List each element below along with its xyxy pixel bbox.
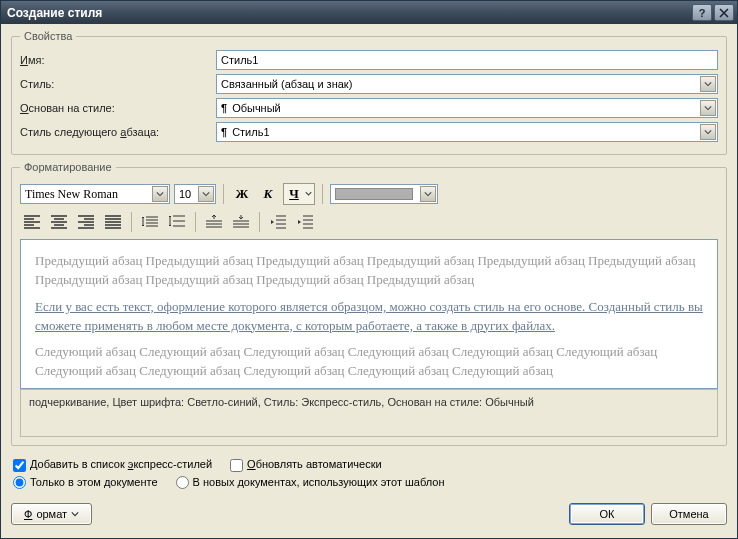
based-on-combo[interactable]: ¶ Обычный — [216, 98, 718, 118]
close-icon — [719, 8, 729, 18]
space-before-increase-button[interactable] — [202, 211, 226, 233]
font-toolbar: Times New Roman 10 Ж К Ч — [20, 181, 718, 211]
preview-sample-text: Если у вас есть текст, оформление которо… — [35, 298, 703, 336]
options-area: Добавить в список экспресс-стилей Обновл… — [11, 452, 727, 499]
chevron-down-icon — [152, 186, 168, 202]
chevron-down-icon — [420, 186, 436, 202]
font-family-combo[interactable]: Times New Roman — [20, 184, 170, 204]
pilcrow-icon: ¶ — [221, 102, 227, 114]
next-style-value: Стиль1 — [232, 126, 269, 138]
help-button[interactable]: ? — [692, 4, 712, 21]
space-before-decrease-button[interactable] — [229, 211, 253, 233]
underline-button[interactable]: Ч — [283, 183, 315, 205]
cancel-button[interactable]: Отмена — [651, 503, 727, 525]
dialog-footer: Формат ОК Отмена — [11, 499, 727, 525]
properties-group: Свойства Имя: Стиль: Связанный (абзац и … — [11, 30, 727, 155]
separator — [259, 212, 260, 232]
chevron-down-icon — [700, 76, 716, 92]
formatting-legend: Форматирование — [20, 161, 116, 173]
separator — [195, 212, 196, 232]
auto-update-checkbox[interactable]: Обновлять автоматически — [230, 458, 382, 472]
chevron-down-icon — [198, 186, 214, 202]
window-title: Создание стиля — [7, 6, 690, 20]
align-left-button[interactable] — [20, 211, 44, 233]
next-style-label: Стиль следующего абзаца: — [20, 126, 210, 138]
create-style-dialog: Создание стиля ? Свойства Имя: Стиль: Св… — [0, 0, 738, 539]
align-justify-button[interactable] — [101, 211, 125, 233]
based-on-value: Обычный — [232, 102, 281, 114]
indent-decrease-button[interactable] — [266, 211, 290, 233]
bold-button[interactable]: Ж — [231, 183, 253, 205]
style-type-label: Стиль: — [20, 78, 210, 90]
name-label: Имя: — [20, 54, 210, 66]
font-color-combo[interactable] — [330, 184, 438, 204]
color-swatch — [335, 188, 413, 200]
paragraph-toolbar — [20, 211, 718, 239]
line-spacing-single-button[interactable] — [138, 211, 162, 233]
ok-button[interactable]: ОК — [569, 503, 645, 525]
name-input[interactable] — [216, 50, 718, 70]
style-preview: Предыдущий абзац Предыдущий абзац Предыд… — [20, 239, 718, 389]
next-style-combo[interactable]: ¶ Стиль1 — [216, 122, 718, 142]
separator — [131, 212, 132, 232]
chevron-down-icon — [305, 190, 312, 197]
based-on-label: Основан на стиле: — [20, 102, 210, 114]
formatting-group: Форматирование Times New Roman 10 Ж К Ч — [11, 161, 727, 446]
italic-button[interactable]: К — [257, 183, 279, 205]
format-button[interactable]: Формат — [11, 503, 92, 525]
indent-increase-button[interactable] — [293, 211, 317, 233]
preview-next-para: Следующий абзац Следующий абзац Следующи… — [35, 343, 703, 381]
align-center-button[interactable] — [47, 211, 71, 233]
style-type-combo[interactable]: Связанный (абзац и знак) — [216, 74, 718, 94]
preview-prev-para: Предыдущий абзац Предыдущий абзац Предыд… — [35, 252, 703, 290]
new-documents-radio[interactable]: В новых документах, использующих этот ша… — [176, 476, 445, 490]
font-size-combo[interactable]: 10 — [174, 184, 216, 204]
style-description: подчеркивание, Цвет шрифта: Светло-синий… — [20, 389, 718, 437]
separator — [223, 184, 224, 204]
style-type-value: Связанный (абзац и знак) — [221, 78, 352, 90]
close-button[interactable] — [714, 4, 734, 21]
titlebar[interactable]: Создание стиля ? — [1, 1, 737, 24]
separator — [322, 184, 323, 204]
line-spacing-wide-button[interactable] — [165, 211, 189, 233]
chevron-down-icon — [71, 508, 79, 520]
align-right-button[interactable] — [74, 211, 98, 233]
add-to-quick-styles-checkbox[interactable]: Добавить в список экспресс-стилей — [13, 458, 212, 472]
chevron-down-icon — [700, 100, 716, 116]
chevron-down-icon — [700, 124, 716, 140]
properties-legend: Свойства — [20, 30, 76, 42]
only-this-document-radio[interactable]: Только в этом документе — [13, 476, 158, 490]
pilcrow-icon: ¶ — [221, 126, 227, 138]
